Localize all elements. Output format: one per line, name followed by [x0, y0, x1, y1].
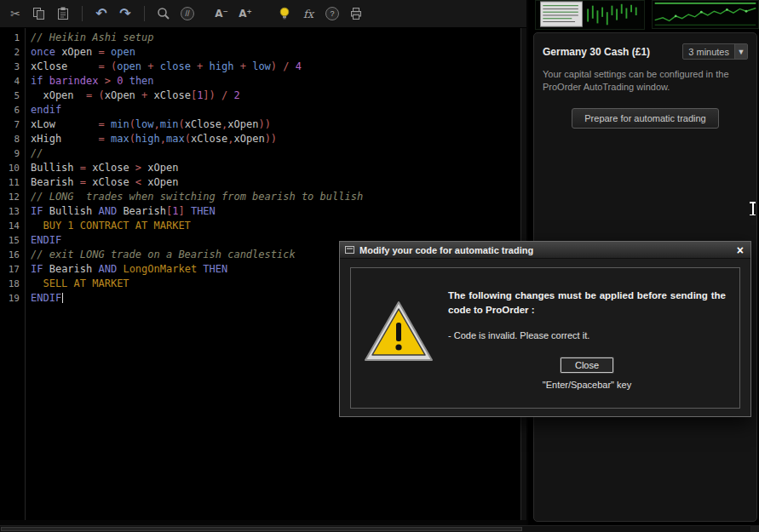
print-button[interactable] — [346, 3, 366, 24]
dialog-titlebar[interactable]: Modify your code for automatic trading × — [340, 242, 750, 259]
horizontal-scrollbar[interactable] — [0, 525, 759, 532]
search-button[interactable] — [153, 3, 174, 24]
help-button[interactable]: ? — [322, 3, 342, 24]
line-number: 1 — [0, 31, 25, 45]
chart-thumbnails — [535, 0, 759, 30]
code-line[interactable]: endif — [31, 103, 520, 117]
toolbar-separator — [82, 6, 83, 21]
line-number: 9 — [0, 146, 25, 161]
comment-icon: // — [181, 7, 194, 20]
modify-code-dialog: Modify your code for automatic trading ×… — [339, 241, 751, 417]
paste-icon — [56, 7, 70, 20]
code-line[interactable]: BUY 1 CONTRACT AT MARKET — [31, 219, 520, 233]
chart-thumbnail-right[interactable] — [652, 0, 759, 29]
proorder-window: ✂ ↶ ↷ // A⁻ A⁺ fx ? — [0, 0, 759, 532]
line-number: 3 — [0, 60, 25, 74]
line-number: 10 — [0, 161, 25, 175]
line-numbers: 12345678910111213141516171819 — [0, 28, 26, 520]
timeframe-value: 3 minutes — [683, 44, 734, 59]
line-number: 13 — [0, 204, 25, 219]
insert-function-button[interactable]: fx — [298, 3, 319, 24]
toolbar-separator — [144, 6, 145, 21]
line-number: 15 — [0, 233, 25, 248]
dialog-error-detail: - Code is invalid. Please correct it. — [448, 330, 726, 340]
lightbulb-icon — [278, 7, 291, 20]
line-number: 16 — [0, 248, 25, 262]
dialog-close-icon[interactable]: × — [735, 244, 745, 256]
line-number: 17 — [0, 262, 25, 277]
font-decrease-button[interactable]: A⁻ — [211, 3, 232, 24]
line-number: 19 — [0, 291, 25, 306]
code-line[interactable]: // — [31, 146, 520, 161]
line-number: 12 — [0, 190, 25, 204]
scrollbar-thumb[interactable] — [1, 527, 522, 531]
editor-toolbar: ✂ ↶ ↷ // A⁻ A⁺ fx ? — [0, 0, 526, 28]
keyboard-hint: "Enter/Spacebar" key — [543, 380, 631, 390]
redo-icon: ↷ — [119, 7, 130, 20]
cut-icon: ✂ — [10, 8, 20, 20]
search-icon — [157, 7, 170, 20]
warning-icon — [364, 300, 434, 362]
instrument-name: Germany 30 Cash (£1) — [543, 46, 650, 58]
undo-icon: ↶ — [95, 7, 106, 20]
suggestion-button[interactable] — [274, 3, 295, 24]
dialog-title: Modify your code for automatic trading — [359, 245, 730, 255]
code-line[interactable]: xLow = min(low,min(xClose,xOpen)) — [31, 117, 520, 132]
code-line[interactable]: if barindex > 0 then — [31, 74, 520, 89]
copy-icon — [32, 7, 46, 20]
code-line[interactable]: // LONG trades when switching from beari… — [31, 190, 520, 204]
scrollbar-corner — [750, 525, 759, 532]
font-decrease-icon: A⁻ — [215, 9, 228, 19]
code-line[interactable]: xClose = (open + close + high + low) / 4 — [31, 60, 520, 74]
capital-settings-info: Your capital settings can be configured … — [543, 68, 748, 94]
toggle-comment-button[interactable]: // — [177, 3, 198, 24]
line-number: 18 — [0, 277, 25, 291]
line-number: 2 — [0, 45, 25, 60]
code-line[interactable]: // Heikin Ashi setup — [31, 31, 520, 45]
ibeam-cursor — [749, 202, 756, 215]
paste-button[interactable] — [53, 3, 73, 24]
dialog-message: The following changes must be applied be… — [448, 289, 726, 318]
timeframe-select[interactable]: 3 minutes ▼ — [682, 43, 748, 60]
chart-thumbnail-left[interactable] — [535, 0, 645, 30]
line-number: 4 — [0, 74, 25, 89]
undo-button[interactable]: ↶ — [91, 3, 112, 24]
code-line[interactable]: IF Bullish AND Bearish[1] THEN — [31, 204, 520, 219]
close-button[interactable]: Close — [561, 358, 613, 373]
help-icon: ? — [325, 7, 339, 20]
text-caret — [62, 293, 63, 303]
line-number: 14 — [0, 219, 25, 233]
line-number: 5 — [0, 89, 25, 103]
code-line[interactable]: Bullish = xClose > xOpen — [31, 161, 520, 175]
prepare-autotrading-button[interactable]: Prepare for automatic trading — [572, 108, 718, 129]
line-number: 8 — [0, 132, 25, 146]
print-icon — [349, 7, 363, 20]
function-icon: fx — [303, 8, 313, 20]
line-number: 6 — [0, 103, 25, 117]
cut-button[interactable]: ✂ — [5, 3, 26, 24]
dialog-content-panel: The following changes must be applied be… — [350, 267, 740, 409]
line-number: 11 — [0, 175, 25, 190]
chevron-down-icon: ▼ — [734, 44, 747, 59]
code-line[interactable]: xHigh = max(high,max(xClose,xOpen)) — [31, 132, 520, 146]
line-number: 7 — [0, 117, 25, 132]
redo-button[interactable]: ↷ — [115, 3, 135, 24]
code-line[interactable]: once xOpen = open — [31, 45, 520, 60]
code-line[interactable]: xOpen = (xOpen + xClose[1]) / 2 — [31, 89, 520, 103]
font-increase-icon: A⁺ — [239, 9, 252, 19]
copy-button[interactable] — [29, 3, 49, 24]
code-line[interactable]: Bearish = xClose < xOpen — [31, 175, 520, 190]
instrument-row: Germany 30 Cash (£1) 3 minutes ▼ — [543, 43, 748, 60]
font-increase-button[interactable]: A⁺ — [235, 3, 256, 24]
dialog-icon — [345, 246, 354, 254]
